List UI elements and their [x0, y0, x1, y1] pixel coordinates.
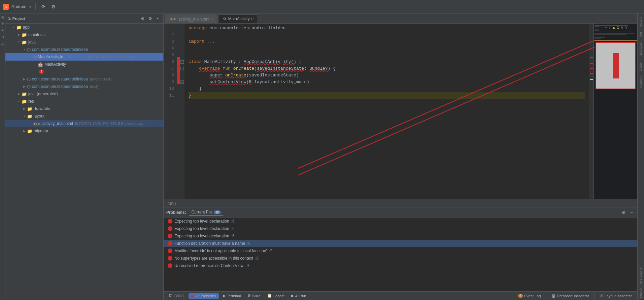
ant-label[interactable]: Ant	[638, 30, 643, 39]
scope-button[interactable]: ⊕	[140, 15, 146, 22]
folder-icon-drawable: 📁	[27, 106, 32, 111]
fold-7[interactable]: −	[180, 65, 184, 72]
label-java-gen: java (generated)	[28, 92, 58, 96]
fold-9[interactable]: −	[180, 79, 184, 86]
problem-text-5: No supertypes are accessible in this con…	[174, 256, 253, 261]
line-num-4: 4	[164, 45, 174, 52]
problem-loc-2: :6	[231, 234, 235, 238]
fold-marker-9[interactable]: −	[180, 80, 184, 84]
tree-item-activity-main-xml[interactable]: ≺/≻ activity_main.xml 5/17/2021 10:51 PM…	[5, 120, 163, 127]
android-studio-logo: A	[3, 4, 9, 10]
tree-item-package-main[interactable]: ▾ ⬡ com.example.testandroidinidea	[5, 46, 163, 53]
tree-item-java-gen[interactable]: ▶ 📁 java (generated)	[5, 90, 163, 98]
tab-current-file-count: 10	[214, 210, 221, 214]
stripe-mark-4	[590, 73, 593, 74]
status-terminal[interactable]: ▶ Terminal	[220, 293, 244, 299]
problem-error-icon-5: !	[168, 256, 172, 261]
problem-item-2[interactable]: ! Expecting top level declaration :6	[164, 232, 637, 240]
line-num-5: 5	[164, 52, 174, 59]
code-line-2	[189, 32, 585, 38]
error-stripe	[589, 24, 594, 199]
problem-item-4[interactable]: ! Modifier 'override' is not applicable …	[164, 247, 637, 255]
tree-item-package-test[interactable]: ▶ ⬡ com.example.testandroidinidea (test)	[5, 83, 163, 90]
tree-item-manifests[interactable]: ▶ 📁 manifests	[5, 31, 163, 38]
problems-toolbar-right: ⚙ −	[620, 209, 635, 215]
gutter-6	[177, 57, 180, 64]
tab-close-xml[interactable]: ×	[211, 17, 213, 21]
fold-marker-6[interactable]: −	[180, 60, 184, 64]
mini-line-10	[595, 37, 605, 38]
mini-line-4	[595, 29, 599, 30]
status-database-inspector[interactable]: 🗄 Database Inspector	[549, 293, 591, 299]
nav-up-icon[interactable]: ∧	[620, 25, 623, 30]
problem-text-3: Function declaration must have a name	[174, 241, 245, 246]
database-label[interactable]: Database	[638, 39, 643, 58]
chevron-res: ▾	[16, 100, 22, 103]
tree-item-res[interactable]: ▾ 📁 res	[5, 98, 163, 105]
device-file-label[interactable]: Device File Explorer	[638, 266, 643, 300]
codota-label[interactable]: Codota	[638, 59, 643, 73]
problem-item-0[interactable]: ! Expecting top level declaration :6	[164, 218, 637, 225]
panel-actions: ⊕ ⚙ ×	[140, 15, 161, 22]
tree-item-f-badge[interactable]: f	[5, 68, 163, 75]
mini-line-9	[595, 36, 628, 36]
nav-down-icon[interactable]: ∨	[625, 25, 628, 30]
problem-item-6[interactable]: ! Unresolved reference: setContentView :…	[164, 262, 637, 269]
sync-button[interactable]: ⟳	[40, 3, 47, 10]
tree-item-java[interactable]: ▾ 📁 java	[5, 38, 163, 46]
minimize-button[interactable]: −	[634, 3, 641, 10]
sidebar-search-icon[interactable]: ⊕	[0, 21, 5, 26]
problems-close-btn[interactable]: −	[629, 209, 635, 215]
status-logcat[interactable]: 📋 Logcat	[265, 293, 287, 299]
dropdown-arrow[interactable]: ▾	[29, 4, 31, 9]
code-line-10: }	[189, 86, 585, 92]
problem-loc-4: :7	[269, 248, 272, 253]
problem-item-1[interactable]: ! Expecting top level declaration :6	[164, 225, 637, 232]
sidebar-favorites-icon[interactable]: ★	[0, 27, 5, 33]
settings-panel-btn[interactable]: ⚙	[147, 15, 153, 22]
problem-error-icon-4: !	[168, 248, 172, 253]
tree-item-package-androidtest[interactable]: ▶ ⬡ com.example.testandroidinidea (andro…	[5, 75, 163, 83]
tree-item-mainactivity-class[interactable]: 🤖 MainActivity	[5, 61, 163, 68]
status-build[interactable]: ⚒ Build	[245, 293, 263, 299]
tree-item-app[interactable]: ▾ 📁 app	[5, 24, 163, 31]
code-line-7: override fun onCreate(savedInstanceState…	[189, 65, 585, 72]
chevron-package-main: ▾	[22, 48, 27, 51]
label-manifests: manifests	[28, 32, 45, 37]
status-problems[interactable]: ● 6 : Problems	[189, 293, 219, 299]
fold-6[interactable]: −	[180, 59, 184, 65]
sidebar-build-icon[interactable]: ⚒	[0, 41, 5, 47]
problems-panel-label: Problems:	[166, 210, 186, 215]
gradle-label[interactable]: Gradle	[638, 15, 643, 29]
chevron-package-androidtest: ▶	[22, 77, 27, 81]
code-line-4	[189, 45, 585, 52]
problems-toolbar: Problems: Current File 10 ⚙ −	[164, 207, 637, 218]
tree-item-mainactivity-kt[interactable]: ▾ Kt MainActivity.kt 5/17/2021 11:05 PM,…	[5, 53, 163, 61]
status-todo[interactable]: ☑ TODO	[166, 293, 187, 299]
scview-label[interactable]: SciView	[638, 74, 643, 90]
tree-item-drawable[interactable]: ▶ 📁 drawable	[5, 105, 163, 112]
problems-settings-btn[interactable]: ⚙	[620, 209, 626, 215]
tab-mainactivity-kt[interactable]: Kt MainActivity.kt	[218, 14, 258, 23]
label-package-test: com.example.testandroidinidea	[32, 84, 88, 89]
label-package-main: com.example.testandroidinidea	[32, 47, 88, 52]
close-panel-btn[interactable]: ×	[155, 15, 161, 22]
problem-text-1: Expecting top level declaration	[174, 226, 229, 231]
tab-activity-main-xml[interactable]: ≺/≻ activity_main.xml ×	[165, 14, 217, 23]
sidebar-project-icon[interactable]: ⊞	[0, 15, 5, 20]
problem-item-5[interactable]: ! No supertypes are accessible in this c…	[164, 255, 637, 262]
fold-marker-7[interactable]: −	[180, 67, 184, 70]
meta-mainactivity-kt: 5/17/2021 11:05 PM, 321 B 6 minutes ago	[65, 55, 135, 59]
tree-item-mipmap[interactable]: ▶ 📁 mipmap	[5, 127, 163, 135]
code-editor[interactable]: package com.example.testandroidinidea im…	[184, 24, 589, 199]
status-event-log[interactable]: 4 Event Log	[515, 293, 543, 299]
problem-item-3[interactable]: ! Function declaration must have a name …	[164, 240, 637, 247]
sidebar-terminal-icon[interactable]: ▸	[0, 34, 5, 40]
event-log-label: Event Log	[524, 294, 541, 298]
problem-loc-0: :6	[231, 219, 235, 224]
status-run[interactable]: ▶ 4: Run	[289, 293, 309, 299]
tab-current-file[interactable]: Current File 10	[189, 209, 224, 216]
tree-item-layout[interactable]: ▾ 📁 layout	[5, 112, 163, 120]
status-layout-inspector[interactable]: ⊞ Layout Inspector	[598, 293, 635, 299]
settings-button[interactable]: ⚙	[50, 3, 57, 10]
